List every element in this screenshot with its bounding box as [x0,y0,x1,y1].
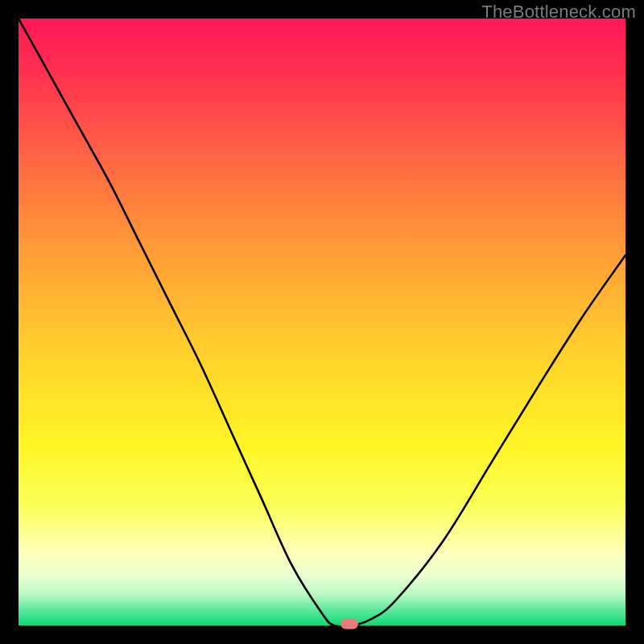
plot-area [19,19,625,625]
optimal-point-marker [341,618,358,629]
bottleneck-curve [19,19,625,625]
watermark-text: TheBottleneck.com [481,2,636,23]
